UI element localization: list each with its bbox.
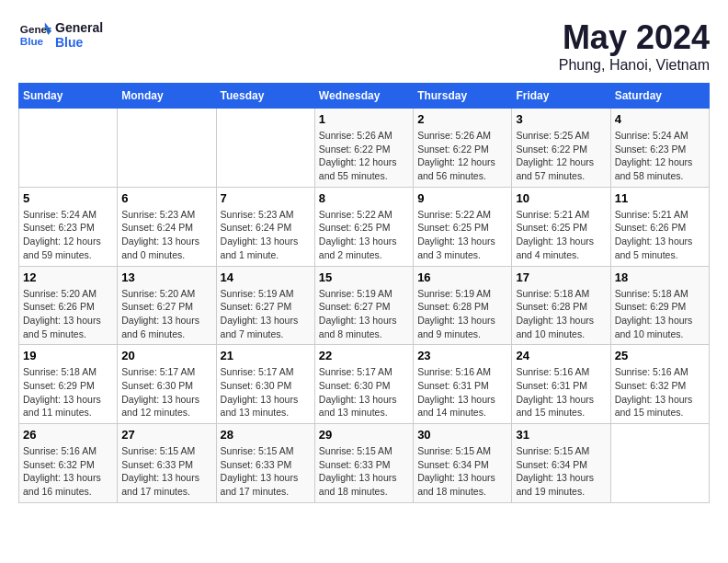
day-info: Sunrise: 5:16 AM Sunset: 6:32 PM Dayligh…	[615, 365, 705, 419]
day-number: 17	[516, 270, 606, 284]
calendar-cell: 28Sunrise: 5:15 AM Sunset: 6:33 PM Dayli…	[216, 424, 314, 503]
day-number: 25	[615, 349, 705, 362]
day-number: 3	[516, 112, 606, 126]
day-number: 18	[615, 270, 705, 284]
day-info: Sunrise: 5:24 AM Sunset: 6:23 PM Dayligh…	[615, 129, 705, 183]
week-row-1: 1Sunrise: 5:26 AM Sunset: 6:22 PM Daylig…	[19, 109, 710, 188]
calendar-cell	[610, 424, 709, 503]
day-number: 21	[221, 349, 311, 362]
logo: General Blue General Blue	[18, 18, 103, 52]
calendar-cell: 18Sunrise: 5:18 AM Sunset: 6:29 PM Dayli…	[610, 266, 709, 345]
calendar-cell: 16Sunrise: 5:19 AM Sunset: 6:28 PM Dayli…	[414, 266, 512, 345]
calendar-cell: 25Sunrise: 5:16 AM Sunset: 6:32 PM Dayli…	[610, 345, 709, 424]
day-number: 8	[319, 191, 409, 205]
day-info: Sunrise: 5:17 AM Sunset: 6:30 PM Dayligh…	[121, 365, 211, 419]
calendar-cell: 4Sunrise: 5:24 AM Sunset: 6:23 PM Daylig…	[610, 109, 709, 188]
day-info: Sunrise: 5:21 AM Sunset: 6:25 PM Dayligh…	[516, 208, 606, 262]
weekday-header-saturday: Saturday	[610, 84, 709, 109]
day-number: 23	[417, 349, 507, 362]
calendar-cell: 23Sunrise: 5:16 AM Sunset: 6:31 PM Dayli…	[414, 345, 512, 424]
day-info: Sunrise: 5:18 AM Sunset: 6:29 PM Dayligh…	[23, 365, 113, 419]
calendar-cell: 5Sunrise: 5:24 AM Sunset: 6:23 PM Daylig…	[19, 187, 118, 266]
day-info: Sunrise: 5:26 AM Sunset: 6:22 PM Dayligh…	[319, 129, 409, 183]
day-info: Sunrise: 5:23 AM Sunset: 6:24 PM Dayligh…	[121, 208, 211, 262]
day-info: Sunrise: 5:16 AM Sunset: 6:31 PM Dayligh…	[417, 365, 507, 419]
day-info: Sunrise: 5:20 AM Sunset: 6:26 PM Dayligh…	[23, 287, 113, 341]
day-info: Sunrise: 5:20 AM Sunset: 6:27 PM Dayligh…	[121, 287, 211, 341]
day-info: Sunrise: 5:23 AM Sunset: 6:24 PM Dayligh…	[221, 208, 311, 262]
weekday-header-tuesday: Tuesday	[216, 84, 314, 109]
day-number: 13	[121, 270, 211, 284]
svg-text:Blue: Blue	[20, 35, 44, 47]
day-number: 31	[516, 428, 606, 442]
calendar-cell	[216, 109, 314, 188]
calendar-cell: 19Sunrise: 5:18 AM Sunset: 6:29 PM Dayli…	[19, 345, 118, 424]
location: Phung, Hanoi, Vietnam	[559, 57, 710, 74]
calendar-cell: 9Sunrise: 5:22 AM Sunset: 6:25 PM Daylig…	[414, 187, 512, 266]
weekday-header-monday: Monday	[118, 84, 216, 109]
day-number: 2	[417, 112, 507, 126]
calendar-cell: 21Sunrise: 5:17 AM Sunset: 6:30 PM Dayli…	[216, 345, 314, 424]
day-info: Sunrise: 5:22 AM Sunset: 6:25 PM Dayligh…	[319, 208, 409, 262]
calendar-cell: 24Sunrise: 5:16 AM Sunset: 6:31 PM Dayli…	[512, 345, 610, 424]
calendar-cell: 26Sunrise: 5:16 AM Sunset: 6:32 PM Dayli…	[19, 424, 118, 503]
day-info: Sunrise: 5:19 AM Sunset: 6:27 PM Dayligh…	[221, 287, 311, 341]
calendar-cell: 6Sunrise: 5:23 AM Sunset: 6:24 PM Daylig…	[118, 187, 216, 266]
day-info: Sunrise: 5:17 AM Sunset: 6:30 PM Dayligh…	[221, 365, 311, 419]
calendar-cell: 14Sunrise: 5:19 AM Sunset: 6:27 PM Dayli…	[216, 266, 314, 345]
day-number: 4	[615, 112, 705, 126]
week-row-4: 19Sunrise: 5:18 AM Sunset: 6:29 PM Dayli…	[19, 345, 710, 424]
day-number: 6	[121, 191, 211, 205]
day-number: 12	[23, 270, 113, 284]
logo-blue: Blue	[55, 35, 103, 50]
day-number: 24	[516, 349, 606, 362]
weekday-header-sunday: Sunday	[19, 84, 118, 109]
day-number: 27	[121, 428, 211, 442]
calendar-cell: 13Sunrise: 5:20 AM Sunset: 6:27 PM Dayli…	[118, 266, 216, 345]
day-info: Sunrise: 5:16 AM Sunset: 6:31 PM Dayligh…	[516, 365, 606, 419]
day-number: 28	[221, 428, 311, 442]
day-info: Sunrise: 5:19 AM Sunset: 6:27 PM Dayligh…	[319, 287, 409, 341]
week-row-5: 26Sunrise: 5:16 AM Sunset: 6:32 PM Dayli…	[19, 424, 710, 503]
page-header: General Blue General Blue May 2024 Phung…	[18, 18, 710, 74]
logo-icon: General Blue	[18, 18, 51, 52]
title-block: May 2024 Phung, Hanoi, Vietnam	[559, 18, 710, 74]
calendar-cell: 17Sunrise: 5:18 AM Sunset: 6:28 PM Dayli…	[512, 266, 610, 345]
day-info: Sunrise: 5:22 AM Sunset: 6:25 PM Dayligh…	[417, 208, 507, 262]
calendar-cell: 20Sunrise: 5:17 AM Sunset: 6:30 PM Dayli…	[118, 345, 216, 424]
calendar-cell: 12Sunrise: 5:20 AM Sunset: 6:26 PM Dayli…	[19, 266, 118, 345]
calendar-cell: 31Sunrise: 5:15 AM Sunset: 6:34 PM Dayli…	[512, 424, 610, 503]
calendar-cell: 30Sunrise: 5:15 AM Sunset: 6:34 PM Dayli…	[414, 424, 512, 503]
day-info: Sunrise: 5:17 AM Sunset: 6:30 PM Dayligh…	[319, 365, 409, 419]
calendar-cell: 27Sunrise: 5:15 AM Sunset: 6:33 PM Dayli…	[118, 424, 216, 503]
day-number: 7	[221, 191, 311, 205]
week-row-3: 12Sunrise: 5:20 AM Sunset: 6:26 PM Dayli…	[19, 266, 710, 345]
calendar-cell: 10Sunrise: 5:21 AM Sunset: 6:25 PM Dayli…	[512, 187, 610, 266]
day-number: 29	[319, 428, 409, 442]
calendar-cell	[118, 109, 216, 188]
weekday-header-row: SundayMondayTuesdayWednesdayThursdayFrid…	[19, 84, 710, 109]
day-number: 19	[23, 349, 113, 362]
weekday-header-thursday: Thursday	[414, 84, 512, 109]
day-number: 20	[121, 349, 211, 362]
calendar-cell: 15Sunrise: 5:19 AM Sunset: 6:27 PM Dayli…	[314, 266, 413, 345]
calendar-cell: 8Sunrise: 5:22 AM Sunset: 6:25 PM Daylig…	[314, 187, 413, 266]
day-info: Sunrise: 5:15 AM Sunset: 6:33 PM Dayligh…	[319, 444, 409, 499]
calendar-cell: 29Sunrise: 5:15 AM Sunset: 6:33 PM Dayli…	[314, 424, 413, 503]
day-info: Sunrise: 5:18 AM Sunset: 6:29 PM Dayligh…	[615, 287, 705, 341]
day-number: 16	[417, 270, 507, 284]
calendar-cell	[19, 109, 118, 188]
logo-general: General	[55, 20, 103, 35]
day-info: Sunrise: 5:25 AM Sunset: 6:22 PM Dayligh…	[516, 129, 606, 183]
day-info: Sunrise: 5:15 AM Sunset: 6:33 PM Dayligh…	[221, 444, 311, 499]
calendar-cell: 2Sunrise: 5:26 AM Sunset: 6:22 PM Daylig…	[414, 109, 512, 188]
calendar-cell: 11Sunrise: 5:21 AM Sunset: 6:26 PM Dayli…	[610, 187, 709, 266]
day-info: Sunrise: 5:24 AM Sunset: 6:23 PM Dayligh…	[23, 208, 113, 262]
day-number: 30	[417, 428, 507, 442]
day-info: Sunrise: 5:26 AM Sunset: 6:22 PM Dayligh…	[417, 129, 507, 183]
day-info: Sunrise: 5:15 AM Sunset: 6:34 PM Dayligh…	[417, 444, 507, 499]
month-title: May 2024	[559, 18, 710, 57]
weekday-header-friday: Friday	[512, 84, 610, 109]
day-info: Sunrise: 5:19 AM Sunset: 6:28 PM Dayligh…	[417, 287, 507, 341]
calendar-table: SundayMondayTuesdayWednesdayThursdayFrid…	[18, 83, 710, 503]
